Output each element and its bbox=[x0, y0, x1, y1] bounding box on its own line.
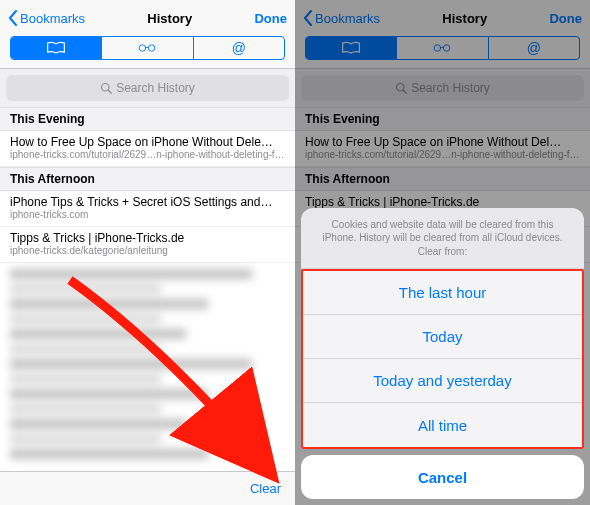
blurred-rows bbox=[0, 263, 295, 471]
book-icon bbox=[341, 41, 361, 55]
glasses-icon bbox=[137, 41, 157, 55]
svg-line-3 bbox=[108, 90, 111, 93]
svg-line-7 bbox=[403, 90, 406, 93]
at-icon: @ bbox=[232, 40, 246, 56]
history-list[interactable]: This Evening How to Free Up Space on iPh… bbox=[0, 107, 295, 471]
svg-point-1 bbox=[149, 45, 155, 51]
row-subtitle: iphone-tricks.de/kategorie/anleitung bbox=[10, 245, 285, 256]
section-header: This Evening bbox=[295, 107, 590, 131]
tab-reading-list[interactable] bbox=[397, 37, 488, 59]
chevron-left-icon bbox=[8, 10, 18, 26]
clear-last-hour-button[interactable]: The last hour bbox=[303, 271, 582, 315]
back-button[interactable]: Bookmarks bbox=[8, 10, 85, 26]
clear-today-button[interactable]: Today bbox=[303, 315, 582, 359]
row-title: How to Free Up Space on iPhone Without D… bbox=[305, 135, 580, 149]
row-subtitle: iphone-tricks.com/tutorial/2629…n-iphone… bbox=[10, 149, 285, 160]
row-title: How to Free Up Space on iPhone Without D… bbox=[10, 135, 285, 149]
clear-today-yesterday-button[interactable]: Today and yesterday bbox=[303, 359, 582, 403]
history-row[interactable]: How to Free Up Space on iPhone Without D… bbox=[295, 131, 590, 167]
nav-bar: Bookmarks History Done @ bbox=[295, 0, 590, 69]
search-placeholder: Search History bbox=[411, 81, 490, 95]
history-row[interactable]: iPhone Tips & Tricks + Secret iOS Settin… bbox=[0, 191, 295, 227]
clear-all-time-button[interactable]: All time bbox=[303, 403, 582, 447]
back-button[interactable]: Bookmarks bbox=[303, 10, 380, 26]
svg-point-4 bbox=[435, 45, 441, 51]
svg-point-5 bbox=[444, 45, 450, 51]
history-row[interactable]: How to Free Up Space on iPhone Without D… bbox=[0, 131, 295, 167]
segmented-control: @ bbox=[305, 36, 580, 60]
cancel-button[interactable]: Cancel bbox=[301, 455, 584, 499]
tab-shared-links[interactable]: @ bbox=[194, 37, 284, 59]
page-title: History bbox=[147, 11, 192, 26]
search-icon bbox=[100, 82, 112, 94]
sheet-options-highlight: The last hour Today Today and yesterday … bbox=[301, 269, 584, 449]
row-title: Tipps & Tricks | iPhone-Tricks.de bbox=[10, 231, 285, 245]
page-title: History bbox=[442, 11, 487, 26]
history-row[interactable]: Tipps & Tricks | iPhone-Tricks.de iphone… bbox=[0, 227, 295, 263]
segmented-control: @ bbox=[10, 36, 285, 60]
book-icon bbox=[46, 41, 66, 55]
nav-bar: Bookmarks History Done @ bbox=[0, 0, 295, 69]
glasses-icon bbox=[432, 41, 452, 55]
done-button[interactable]: Done bbox=[549, 11, 582, 26]
search-placeholder: Search History bbox=[116, 81, 195, 95]
search-input[interactable]: Search History bbox=[6, 75, 289, 101]
at-icon: @ bbox=[527, 40, 541, 56]
section-header: This Afternoon bbox=[0, 167, 295, 191]
row-subtitle: iphone-tricks.com/tutorial/2629…n-iphone… bbox=[305, 149, 580, 160]
section-header: This Evening bbox=[0, 107, 295, 131]
back-label: Bookmarks bbox=[315, 11, 380, 26]
search-input[interactable]: Search History bbox=[301, 75, 584, 101]
clear-button[interactable]: Clear bbox=[250, 481, 281, 496]
section-header: This Afternoon bbox=[295, 167, 590, 191]
svg-point-0 bbox=[140, 45, 146, 51]
toolbar: Clear bbox=[0, 471, 295, 505]
row-subtitle: iphone-tricks.com bbox=[10, 209, 285, 220]
screen-left: Bookmarks History Done @ Search History … bbox=[0, 0, 295, 505]
tab-reading-list[interactable] bbox=[102, 37, 193, 59]
done-button[interactable]: Done bbox=[254, 11, 287, 26]
row-title: iPhone Tips & Tricks + Secret iOS Settin… bbox=[10, 195, 285, 209]
screen-right: Bookmarks History Done @ Search History … bbox=[295, 0, 590, 505]
tab-bookmarks[interactable] bbox=[306, 37, 397, 59]
tab-bookmarks[interactable] bbox=[11, 37, 102, 59]
action-sheet: Cookies and website data will be cleared… bbox=[295, 202, 590, 506]
chevron-left-icon bbox=[303, 10, 313, 26]
tab-shared-links[interactable]: @ bbox=[489, 37, 579, 59]
sheet-message: Cookies and website data will be cleared… bbox=[301, 208, 584, 270]
search-icon bbox=[395, 82, 407, 94]
back-label: Bookmarks bbox=[20, 11, 85, 26]
